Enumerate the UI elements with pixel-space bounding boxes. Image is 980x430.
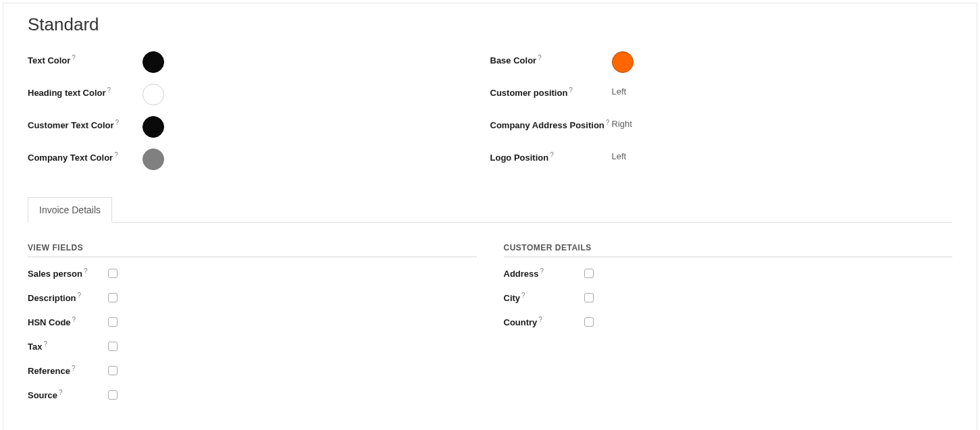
right-column: Base Color? Customer position? Left Comp… bbox=[490, 51, 953, 181]
left-column: Text Color? Heading text Color? Customer… bbox=[28, 51, 490, 181]
sales-person-row: Sales person? bbox=[28, 267, 477, 280]
heading-text-color-row: Heading text Color? bbox=[28, 84, 490, 107]
customer-text-color-swatch[interactable] bbox=[143, 116, 164, 138]
form-sheet: Standard Text Color? Heading text Color?… bbox=[3, 3, 977, 430]
help-icon[interactable]: ? bbox=[78, 292, 82, 299]
label-text: Company Text Color bbox=[28, 153, 113, 163]
label-text: Tax bbox=[28, 342, 42, 352]
city-label: City? bbox=[504, 292, 582, 303]
tax-row: Tax? bbox=[28, 340, 477, 353]
customer-position-label: Customer position? bbox=[490, 84, 612, 98]
help-icon[interactable]: ? bbox=[59, 389, 63, 396]
help-icon[interactable]: ? bbox=[521, 292, 525, 299]
customer-text-color-label: Customer Text Color? bbox=[28, 116, 143, 130]
label-text: Customer position bbox=[490, 88, 568, 98]
description-row: Description? bbox=[28, 291, 477, 304]
help-icon[interactable]: ? bbox=[84, 267, 88, 275]
label-text: Heading text Color bbox=[28, 88, 106, 98]
logo-position-value[interactable]: Left bbox=[612, 149, 627, 161]
city-checkbox[interactable] bbox=[584, 293, 594, 302]
company-text-color-label: Company Text Color? bbox=[28, 149, 143, 163]
base-color-label: Base Color? bbox=[490, 51, 612, 65]
customer-details-title: CUSTOMER DETAILS bbox=[504, 243, 953, 257]
help-icon[interactable]: ? bbox=[540, 267, 544, 275]
label-text: Country bbox=[504, 318, 538, 328]
help-icon[interactable]: ? bbox=[43, 340, 47, 348]
label-text: Source bbox=[28, 391, 57, 401]
company-address-position-row: Company Address Position? Right bbox=[490, 116, 953, 139]
customer-position-value[interactable]: Left bbox=[612, 84, 627, 97]
help-icon[interactable]: ? bbox=[72, 54, 76, 61]
view-fields-panel: VIEW FIELDS Sales person? Description? H… bbox=[28, 243, 477, 412]
company-text-color-row: Company Text Color? bbox=[28, 149, 490, 171]
hsn-code-checkbox[interactable] bbox=[108, 317, 118, 327]
label-text: Address bbox=[504, 269, 539, 279]
help-icon[interactable]: ? bbox=[107, 86, 111, 94]
label-text: HSN Code bbox=[28, 318, 71, 328]
logo-position-label: Logo Position? bbox=[490, 149, 612, 163]
help-icon[interactable]: ? bbox=[606, 119, 610, 126]
label-text: Reference bbox=[28, 367, 70, 377]
company-address-position-label: Company Address Position? bbox=[490, 116, 612, 130]
label-text: Logo Position bbox=[490, 153, 549, 163]
text-color-label: Text Color? bbox=[28, 51, 143, 65]
customer-position-row: Customer position? Left bbox=[490, 84, 953, 107]
help-icon[interactable]: ? bbox=[538, 316, 542, 323]
label-text: Company Address Position bbox=[490, 120, 604, 130]
source-row: Source? bbox=[28, 388, 477, 402]
base-color-swatch[interactable] bbox=[612, 51, 634, 73]
sales-person-label: Sales person? bbox=[28, 267, 105, 279]
details-area: VIEW FIELDS Sales person? Description? H… bbox=[3, 223, 977, 412]
reference-label: Reference? bbox=[28, 365, 105, 376]
country-row: Country? bbox=[504, 315, 953, 329]
label-text: Sales person bbox=[28, 269, 82, 279]
customer-details-panel: CUSTOMER DETAILS Address? City? Country? bbox=[504, 243, 953, 412]
tax-checkbox[interactable] bbox=[108, 342, 118, 351]
customer-text-color-row: Customer Text Color? bbox=[28, 116, 490, 139]
help-icon[interactable]: ? bbox=[538, 54, 542, 61]
city-row: City? bbox=[504, 291, 953, 304]
label-text: Base Color bbox=[490, 55, 537, 65]
page-title: Standard bbox=[28, 14, 977, 35]
help-icon[interactable]: ? bbox=[550, 151, 554, 159]
top-form: Text Color? Heading text Color? Customer… bbox=[3, 51, 977, 181]
company-text-color-swatch[interactable] bbox=[143, 149, 164, 170]
reference-checkbox[interactable] bbox=[108, 366, 118, 375]
source-checkbox[interactable] bbox=[108, 390, 118, 400]
hsn-code-row: HSN Code? bbox=[28, 315, 477, 329]
logo-position-row: Logo Position? Left bbox=[490, 149, 953, 171]
address-checkbox[interactable] bbox=[584, 269, 594, 278]
address-row: Address? bbox=[504, 267, 953, 280]
text-color-swatch[interactable] bbox=[143, 51, 164, 73]
hsn-code-label: HSN Code? bbox=[28, 316, 105, 327]
label-text: Description bbox=[28, 294, 76, 304]
help-icon[interactable]: ? bbox=[114, 151, 118, 159]
base-color-row: Base Color? bbox=[490, 51, 953, 74]
help-icon[interactable]: ? bbox=[115, 119, 120, 126]
sales-person-checkbox[interactable] bbox=[108, 269, 118, 278]
help-icon[interactable]: ? bbox=[72, 365, 76, 372]
label-text: City bbox=[504, 294, 521, 304]
reference-row: Reference? bbox=[28, 364, 477, 377]
tax-label: Tax? bbox=[28, 340, 105, 352]
country-label: Country? bbox=[504, 316, 582, 327]
description-label: Description? bbox=[28, 292, 105, 303]
view-fields-title: VIEW FIELDS bbox=[28, 243, 477, 257]
heading-text-color-label: Heading text Color? bbox=[28, 84, 143, 98]
tab-bar: Invoice Details bbox=[28, 197, 952, 223]
description-checkbox[interactable] bbox=[108, 293, 118, 302]
company-address-position-value[interactable]: Right bbox=[612, 116, 632, 129]
label-text: Text Color bbox=[28, 55, 70, 65]
source-label: Source? bbox=[28, 389, 105, 400]
address-label: Address? bbox=[504, 267, 582, 279]
text-color-row: Text Color? bbox=[28, 51, 490, 74]
heading-text-color-swatch[interactable] bbox=[143, 84, 164, 105]
label-text: Customer Text Color bbox=[28, 120, 114, 130]
help-icon[interactable]: ? bbox=[72, 316, 76, 323]
tab-invoice-details[interactable]: Invoice Details bbox=[28, 197, 112, 223]
country-checkbox[interactable] bbox=[584, 317, 594, 327]
help-icon[interactable]: ? bbox=[569, 86, 573, 94]
